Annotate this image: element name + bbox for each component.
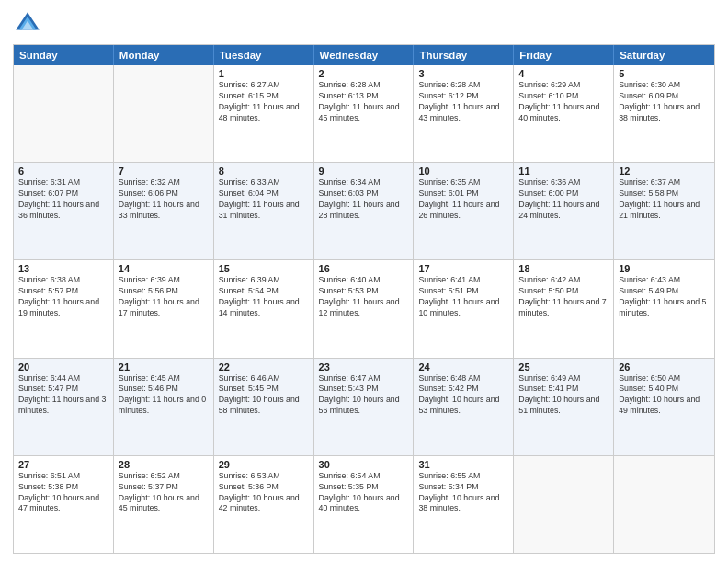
day-number: 26 xyxy=(619,362,710,373)
logo xyxy=(13,9,46,39)
day-header-thursday: Thursday xyxy=(414,45,514,65)
calendar: SundayMondayTuesdayWednesdayThursdayFrid… xyxy=(13,44,715,554)
day-cell: 18Sunrise: 6:42 AM Sunset: 5:50 PM Dayli… xyxy=(514,260,614,357)
day-number: 31 xyxy=(418,459,508,470)
day-number: 30 xyxy=(319,459,409,470)
day-number: 6 xyxy=(18,166,108,177)
day-cell: 10Sunrise: 6:35 AM Sunset: 6:01 PM Dayli… xyxy=(414,163,514,259)
week-row-5: 27Sunrise: 6:51 AM Sunset: 5:38 PM Dayli… xyxy=(14,455,714,553)
day-cell: 27Sunrise: 6:51 AM Sunset: 5:38 PM Dayli… xyxy=(14,456,114,553)
day-number: 3 xyxy=(418,68,508,79)
day-info: Sunrise: 6:53 AM Sunset: 5:36 PM Dayligh… xyxy=(219,471,309,515)
day-number: 5 xyxy=(619,68,710,79)
page: SundayMondayTuesdayWednesdayThursdayFrid… xyxy=(0,0,728,563)
day-number: 11 xyxy=(518,166,609,177)
week-row-2: 6Sunrise: 6:31 AM Sunset: 6:07 PM Daylig… xyxy=(14,162,714,259)
week-row-3: 13Sunrise: 6:38 AM Sunset: 5:57 PM Dayli… xyxy=(14,259,714,357)
day-cell: 19Sunrise: 6:43 AM Sunset: 5:49 PM Dayli… xyxy=(614,260,714,357)
day-header-sunday: Sunday xyxy=(14,45,114,65)
day-cell: 12Sunrise: 6:37 AM Sunset: 5:58 PM Dayli… xyxy=(614,163,714,259)
day-info: Sunrise: 6:30 AM Sunset: 6:09 PM Dayligh… xyxy=(619,80,710,124)
day-info: Sunrise: 6:39 AM Sunset: 5:56 PM Dayligh… xyxy=(119,275,209,319)
day-number: 14 xyxy=(119,263,209,274)
day-cell: 25Sunrise: 6:49 AM Sunset: 5:41 PM Dayli… xyxy=(514,359,614,455)
day-info: Sunrise: 6:33 AM Sunset: 6:04 PM Dayligh… xyxy=(219,178,309,222)
day-info: Sunrise: 6:42 AM Sunset: 5:50 PM Dayligh… xyxy=(518,275,609,319)
day-cell: 7Sunrise: 6:32 AM Sunset: 6:06 PM Daylig… xyxy=(114,163,214,259)
day-cell: 15Sunrise: 6:39 AM Sunset: 5:54 PM Dayli… xyxy=(214,260,314,357)
day-info: Sunrise: 6:38 AM Sunset: 5:57 PM Dayligh… xyxy=(18,275,108,319)
day-cell: 14Sunrise: 6:39 AM Sunset: 5:56 PM Dayli… xyxy=(114,260,214,357)
day-header-friday: Friday xyxy=(514,45,614,65)
day-cell: 16Sunrise: 6:40 AM Sunset: 5:53 PM Dayli… xyxy=(314,260,415,357)
day-cell: 1Sunrise: 6:27 AM Sunset: 6:15 PM Daylig… xyxy=(214,65,314,162)
day-info: Sunrise: 6:50 AM Sunset: 5:40 PM Dayligh… xyxy=(619,373,710,418)
week-row-4: 20Sunrise: 6:44 AM Sunset: 5:47 PM Dayli… xyxy=(14,358,714,455)
day-number: 28 xyxy=(119,459,209,470)
day-info: Sunrise: 6:48 AM Sunset: 5:42 PM Dayligh… xyxy=(418,373,508,418)
day-cell: 4Sunrise: 6:29 AM Sunset: 6:10 PM Daylig… xyxy=(514,65,614,162)
day-cell xyxy=(514,456,614,553)
day-info: Sunrise: 6:41 AM Sunset: 5:51 PM Dayligh… xyxy=(418,275,508,319)
day-number: 17 xyxy=(418,263,508,274)
day-cell: 8Sunrise: 6:33 AM Sunset: 6:04 PM Daylig… xyxy=(214,163,314,259)
day-info: Sunrise: 6:34 AM Sunset: 6:03 PM Dayligh… xyxy=(319,178,409,222)
day-number: 22 xyxy=(219,362,309,373)
day-info: Sunrise: 6:55 AM Sunset: 5:34 PM Dayligh… xyxy=(418,471,508,515)
day-header-tuesday: Tuesday xyxy=(214,45,314,65)
day-number: 8 xyxy=(219,166,309,177)
day-cell: 26Sunrise: 6:50 AM Sunset: 5:40 PM Dayli… xyxy=(614,359,714,455)
day-number: 21 xyxy=(119,362,209,373)
day-number: 29 xyxy=(219,459,309,470)
day-number: 25 xyxy=(518,362,609,373)
day-number: 2 xyxy=(319,68,409,79)
day-info: Sunrise: 6:51 AM Sunset: 5:38 PM Dayligh… xyxy=(18,471,108,515)
day-number: 16 xyxy=(319,263,409,274)
day-info: Sunrise: 6:39 AM Sunset: 5:54 PM Dayligh… xyxy=(219,275,309,319)
day-cell: 23Sunrise: 6:47 AM Sunset: 5:43 PM Dayli… xyxy=(314,359,415,455)
day-info: Sunrise: 6:28 AM Sunset: 6:13 PM Dayligh… xyxy=(319,80,409,124)
week-row-1: 1Sunrise: 6:27 AM Sunset: 6:15 PM Daylig… xyxy=(14,65,714,162)
day-info: Sunrise: 6:45 AM Sunset: 5:46 PM Dayligh… xyxy=(119,373,209,418)
day-number: 1 xyxy=(219,68,309,79)
header xyxy=(13,9,715,39)
day-cell: 22Sunrise: 6:46 AM Sunset: 5:45 PM Dayli… xyxy=(214,359,314,455)
day-info: Sunrise: 6:49 AM Sunset: 5:41 PM Dayligh… xyxy=(518,373,609,418)
day-info: Sunrise: 6:28 AM Sunset: 6:12 PM Dayligh… xyxy=(418,80,508,124)
day-cell: 20Sunrise: 6:44 AM Sunset: 5:47 PM Dayli… xyxy=(14,359,114,455)
day-info: Sunrise: 6:52 AM Sunset: 5:37 PM Dayligh… xyxy=(119,471,209,515)
day-info: Sunrise: 6:47 AM Sunset: 5:43 PM Dayligh… xyxy=(319,373,409,418)
day-info: Sunrise: 6:35 AM Sunset: 6:01 PM Dayligh… xyxy=(418,178,508,222)
weeks: 1Sunrise: 6:27 AM Sunset: 6:15 PM Daylig… xyxy=(14,65,714,553)
day-number: 23 xyxy=(319,362,409,373)
day-cell: 29Sunrise: 6:53 AM Sunset: 5:36 PM Dayli… xyxy=(214,456,314,553)
day-info: Sunrise: 6:29 AM Sunset: 6:10 PM Dayligh… xyxy=(518,80,609,124)
day-number: 12 xyxy=(619,166,710,177)
day-number: 20 xyxy=(18,362,108,373)
day-info: Sunrise: 6:36 AM Sunset: 6:00 PM Dayligh… xyxy=(518,178,609,222)
day-number: 4 xyxy=(518,68,609,79)
day-cell xyxy=(14,65,114,162)
day-cell: 24Sunrise: 6:48 AM Sunset: 5:42 PM Dayli… xyxy=(414,359,514,455)
day-info: Sunrise: 6:37 AM Sunset: 5:58 PM Dayligh… xyxy=(619,178,710,222)
day-number: 19 xyxy=(619,263,710,274)
day-info: Sunrise: 6:32 AM Sunset: 6:06 PM Dayligh… xyxy=(119,178,209,222)
day-cell xyxy=(114,65,214,162)
day-header-saturday: Saturday xyxy=(614,45,714,65)
day-cell: 2Sunrise: 6:28 AM Sunset: 6:13 PM Daylig… xyxy=(314,65,415,162)
day-info: Sunrise: 6:44 AM Sunset: 5:47 PM Dayligh… xyxy=(18,373,108,418)
day-cell: 11Sunrise: 6:36 AM Sunset: 6:00 PM Dayli… xyxy=(514,163,614,259)
day-number: 24 xyxy=(418,362,508,373)
day-number: 18 xyxy=(518,263,609,274)
day-header-wednesday: Wednesday xyxy=(314,45,415,65)
day-headers: SundayMondayTuesdayWednesdayThursdayFrid… xyxy=(14,45,714,65)
day-info: Sunrise: 6:27 AM Sunset: 6:15 PM Dayligh… xyxy=(219,80,309,124)
logo-icon xyxy=(13,9,42,39)
day-number: 7 xyxy=(119,166,209,177)
day-cell: 3Sunrise: 6:28 AM Sunset: 6:12 PM Daylig… xyxy=(414,65,514,162)
day-cell: 21Sunrise: 6:45 AM Sunset: 5:46 PM Dayli… xyxy=(114,359,214,455)
day-cell: 13Sunrise: 6:38 AM Sunset: 5:57 PM Dayli… xyxy=(14,260,114,357)
day-info: Sunrise: 6:54 AM Sunset: 5:35 PM Dayligh… xyxy=(319,471,409,515)
day-cell: 6Sunrise: 6:31 AM Sunset: 6:07 PM Daylig… xyxy=(14,163,114,259)
day-cell: 9Sunrise: 6:34 AM Sunset: 6:03 PM Daylig… xyxy=(314,163,415,259)
